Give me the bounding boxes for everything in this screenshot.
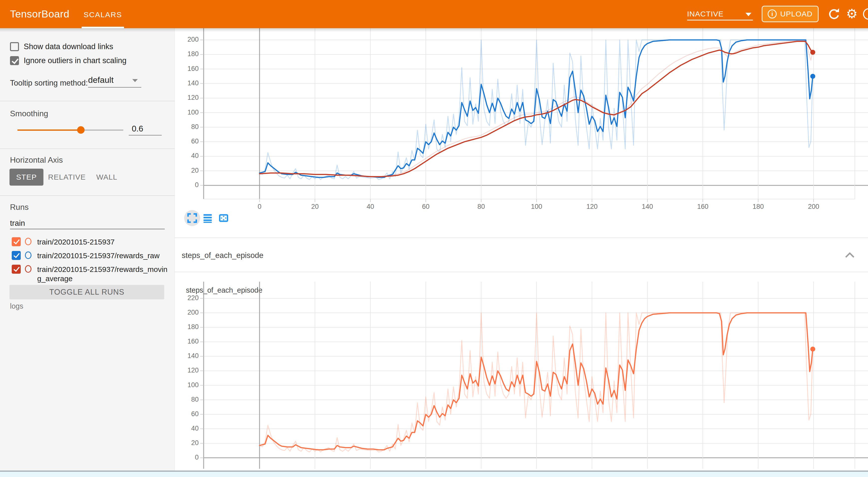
app-header: TensorBoard SCALARS INACTIVE i UPLOAD ⚙ — [0, 0, 868, 28]
smoothing-value-input[interactable] — [129, 123, 162, 135]
section-header-steps-of-each-episode: steps_of_each_episode — [175, 237, 868, 272]
app-title: TensorBoard — [10, 0, 69, 28]
smoothing-slider-fill — [18, 129, 81, 131]
tooltip-sorting-label: Tooltip sorting method: — [10, 78, 88, 88]
run-checkbox[interactable] — [12, 251, 21, 260]
horizontal-axis-label: Horizontal Axis — [10, 155, 63, 165]
section-title: steps_of_each_episode — [182, 238, 263, 273]
checkbox-ignore-outliers[interactable] — [10, 56, 19, 65]
chevron-down-icon — [132, 79, 138, 82]
checkbox-label: Ignore outliers in chart scaling — [24, 56, 127, 65]
tooltip-sorting-value: default — [88, 75, 114, 85]
chevron-down-icon — [745, 13, 751, 16]
run-label: train/20201015-215937/rewards_raw — [37, 251, 169, 260]
next-section-strip — [0, 472, 868, 477]
run-color-circle[interactable] — [25, 252, 31, 259]
steps-of-each-episode-chart[interactable] — [175, 272, 868, 470]
axis-button-step[interactable]: STEP — [9, 169, 43, 186]
runs-filter-input[interactable] — [10, 218, 165, 229]
status-dropdown-value: INACTIVE — [687, 10, 723, 18]
toggle-all-runs-button[interactable]: TOGGLE ALL RUNS — [9, 285, 164, 299]
checkbox-label: Show data download links — [24, 42, 113, 51]
help-circle-icon[interactable] — [863, 8, 868, 20]
gear-icon[interactable]: ⚙ — [846, 0, 858, 28]
tab-scalars[interactable]: SCALARS — [82, 0, 124, 28]
fullscreen-icon[interactable] — [187, 213, 198, 224]
smoothing-slider[interactable] — [18, 129, 123, 131]
fit-domain-icon[interactable] — [218, 213, 229, 224]
checkbox-show-download-links[interactable] — [10, 42, 19, 51]
logs-directory-label: logs — [10, 302, 23, 310]
rewards-chart-card: 020406080100120140160180200 020406080100… — [175, 28, 868, 237]
status-dropdown[interactable]: INACTIVE — [687, 8, 753, 21]
upload-button-label: UPLOAD — [780, 10, 812, 18]
rewards-chart[interactable] — [175, 28, 868, 237]
divider — [0, 149, 175, 149]
smoothing-label: Smoothing — [10, 109, 48, 118]
main-content: 020406080100120140160180200 020406080100… — [175, 28, 868, 477]
run-label: train/20201015-215937 — [37, 237, 169, 247]
upload-button[interactable]: i UPLOAD — [762, 6, 818, 22]
axis-button-relative[interactable]: RELATIVE — [47, 169, 87, 186]
run-checkbox[interactable] — [12, 265, 21, 274]
info-circle-icon: i — [768, 9, 777, 19]
smoothing-slider-thumb[interactable] — [77, 126, 85, 134]
refresh-icon[interactable] — [828, 0, 841, 28]
run-row: train/20201015-215937 — [0, 237, 175, 248]
run-color-circle[interactable] — [25, 265, 31, 273]
divider — [0, 101, 175, 101]
tooltip-sorting-select[interactable]: default — [88, 73, 141, 88]
run-row: train/20201015-215937/rewards_moving_ave… — [0, 265, 175, 285]
axis-button-wall[interactable]: WALL — [93, 169, 121, 186]
runs-label: Runs — [10, 202, 29, 212]
divider — [0, 195, 175, 196]
run-row: train/20201015-215937/rewards_raw — [0, 251, 175, 262]
chevron-up-icon[interactable] — [845, 252, 855, 261]
run-label: train/20201015-215937/rewards_moving_ave… — [37, 265, 169, 283]
tab-active-indicator — [82, 27, 124, 28]
settings-sidebar: Show data download links Ignore outliers… — [0, 28, 175, 477]
run-color-circle[interactable] — [25, 238, 31, 245]
log-axis-icon[interactable] — [202, 213, 213, 224]
steps-chart-card: steps_of_each_episode 020406080100120140… — [175, 272, 868, 470]
run-checkbox[interactable] — [12, 237, 21, 246]
